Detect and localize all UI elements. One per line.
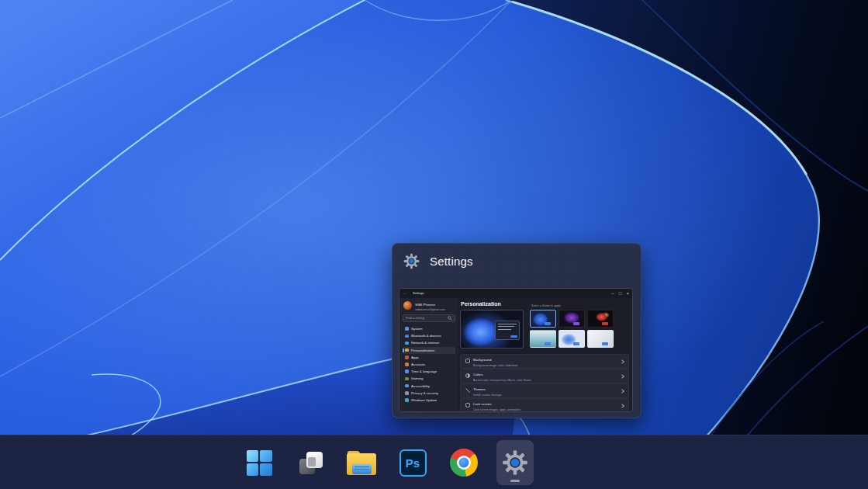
personalization-icon <box>405 349 409 352</box>
desktop: { "popup": { "title": "Settings", "windo… <box>0 0 868 489</box>
preview-header: Settings <box>393 244 641 274</box>
settings-row-background: Background Background image, color, slid… <box>460 354 629 369</box>
taskbar-preview-flyout[interactable]: Settings ← Settings – □ × SNB Phoenix sn… <box>392 243 641 418</box>
user-account: SNB Phoenix snbphoenix@gmail.com <box>403 300 455 311</box>
taskbar-app-group: Ps <box>240 440 534 485</box>
chevron-right-icon <box>620 359 624 364</box>
chevron-right-icon <box>620 374 624 379</box>
chevron-right-icon <box>620 404 624 408</box>
system-icon <box>405 327 409 331</box>
settings-nav: System Bluetooth & devices Network & int… <box>403 325 455 404</box>
photoshop-icon: Ps <box>399 449 427 477</box>
settings-row-lock-screen: Lock screen Lock screen images, apps, an… <box>460 398 629 411</box>
network-icon <box>405 342 409 345</box>
theme-tile-captured-motion <box>587 310 614 328</box>
avatar <box>403 301 412 310</box>
theme-tiles <box>530 310 614 348</box>
back-arrow-icon: ← <box>403 291 406 295</box>
nav-item-bluetooth: Bluetooth & devices <box>403 332 455 339</box>
file-explorer-icon <box>347 451 376 475</box>
mini-main-pane: Personalization Select a theme to apply … <box>458 298 632 411</box>
chrome-icon <box>450 449 478 477</box>
nav-item-privacy: Privacy & security <box>403 390 455 397</box>
task-view-icon <box>297 449 324 477</box>
colors-icon <box>465 373 470 378</box>
windows-start-icon <box>247 450 272 476</box>
taskbar-item-file-explorer[interactable] <box>343 440 380 485</box>
nav-item-accessibility: Accessibility <box>403 383 455 390</box>
theme-tile-flow <box>587 330 614 348</box>
gaming-icon <box>405 377 409 381</box>
theme-tile-windows-dark <box>530 310 556 328</box>
running-app-indicator <box>510 480 520 482</box>
nav-item-network: Network & internet <box>403 339 455 346</box>
preview-card <box>495 321 520 340</box>
desktop-preview <box>460 310 524 349</box>
settings-gear-icon <box>502 449 528 476</box>
taskbar-item-start[interactable] <box>240 440 278 485</box>
theme-tile-glow <box>558 310 585 328</box>
mini-titlebar: ← Settings – □ × <box>399 289 632 298</box>
search-placeholder: Find a setting <box>406 317 424 321</box>
theme-picker-label: Select a theme to apply <box>531 304 561 307</box>
windows-update-icon <box>405 398 409 402</box>
bluetooth-icon <box>405 335 409 338</box>
settings-window-thumbnail[interactable]: ← Settings – □ × SNB Phoenix snbphoenix@… <box>399 288 633 412</box>
nav-item-apps: Apps <box>403 354 455 361</box>
apps-icon <box>405 355 409 359</box>
minimize-icon: – <box>612 289 614 298</box>
nav-item-personalization: Personalization <box>403 347 455 354</box>
settings-row-colors: Colors Accent color, transparency effect… <box>460 369 629 383</box>
nav-item-system: System <box>403 325 455 332</box>
settings-row-themes: Themes Install, create, manage <box>460 383 629 398</box>
search-input: Find a setting <box>403 314 455 322</box>
theme-tile-windows-light <box>558 330 585 348</box>
preview-card-button <box>510 335 517 338</box>
page-title: Personalization <box>461 301 501 307</box>
chevron-right-icon <box>620 389 624 394</box>
taskbar-item-chrome[interactable] <box>445 440 482 485</box>
user-name: SNB Phoenix <box>415 303 435 307</box>
taskbar-item-task-view[interactable] <box>292 440 329 485</box>
search-icon <box>448 316 452 321</box>
mini-window-title: Settings <box>413 291 424 295</box>
taskbar-item-settings[interactable] <box>496 440 534 485</box>
taskbar-item-photoshop[interactable]: Ps <box>394 440 431 485</box>
nav-item-time-language: Time & language <box>403 368 455 375</box>
settings-gear-icon <box>403 253 420 269</box>
nav-item-gaming: Gaming <box>403 375 455 382</box>
photoshop-glyph: Ps <box>406 457 420 469</box>
background-icon <box>465 359 470 363</box>
time-language-icon <box>405 369 409 373</box>
themes-icon <box>465 388 470 393</box>
user-email: snbphoenix@gmail.com <box>415 307 444 310</box>
theme-tile-sunrise <box>530 330 556 348</box>
close-icon: × <box>626 289 629 298</box>
maximize-icon: □ <box>619 289 622 298</box>
accessibility-icon <box>405 384 409 388</box>
privacy-icon <box>405 391 409 395</box>
mini-sidebar: SNB Phoenix snbphoenix@gmail.com Find a … <box>399 298 458 411</box>
preview-app-title: Settings <box>430 255 473 268</box>
nav-item-accounts: Accounts <box>403 361 455 368</box>
accounts-icon <box>405 362 409 366</box>
nav-item-windows-update: Windows Update <box>403 397 455 404</box>
taskbar: Ps <box>0 435 868 489</box>
lock-screen-icon <box>465 403 470 408</box>
